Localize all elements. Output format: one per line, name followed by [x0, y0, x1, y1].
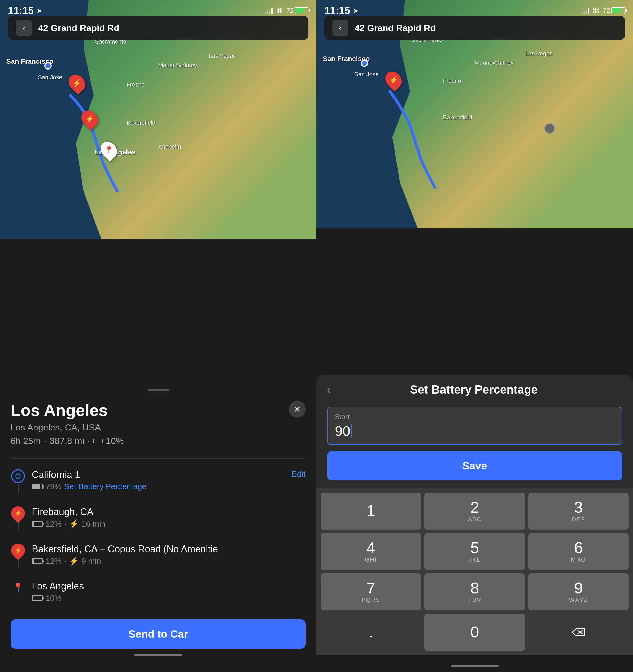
map-area-right: San Francisco San Jose Sacramento Fresno…: [316, 0, 633, 228]
numpad-key-8[interactable]: 8 TUV: [424, 573, 525, 610]
stop-item-bakersfield: ⚡ Bakersfield, CA – Copus Road (No Ameni…: [10, 537, 306, 574]
close-button[interactable]: ✕: [289, 401, 306, 418]
duration: 6h 25m: [10, 436, 41, 446]
destination-title: Los Angeles: [10, 401, 124, 419]
modal-title: Set Battery Percentage: [336, 383, 612, 396]
key-letters-9: WXYZ: [569, 597, 588, 603]
battery-input-label: Start: [335, 413, 614, 421]
stop-info-firebaugh: Firebaugh, CA 12% · ⚡ 16 min: [32, 506, 306, 528]
charging-pin-2: ⚡: [82, 110, 97, 128]
battery-input-value: 90: [335, 423, 614, 439]
time-right: 11:15: [324, 5, 350, 17]
numpad-key-6[interactable]: 6 MNO: [528, 533, 629, 570]
battery-indicator-right: 72: [603, 7, 625, 14]
numpad-key-delete[interactable]: [528, 614, 629, 651]
stop-battery-mini-3: [32, 558, 43, 564]
numpad-key-9[interactable]: 9 WXYZ: [528, 573, 629, 610]
stop-info-california-1: California 1 79% Set Battery Percentage: [32, 469, 285, 491]
numpad-key-2[interactable]: 2 ABC: [424, 493, 525, 530]
stop-name-firebaugh: Firebaugh, CA: [32, 506, 306, 518]
edit-button-1[interactable]: Edit: [291, 469, 306, 479]
key-letters-2: ABC: [468, 516, 481, 523]
battery-box-right: [611, 7, 625, 14]
wifi-icon-right: ⌘: [592, 6, 600, 15]
battery-text-left: 72: [286, 7, 294, 14]
battery-indicator-left: 72: [286, 7, 308, 14]
address-text-right: 42 Grand Rapid Rd: [355, 23, 436, 33]
numpad-key-1[interactable]: 1: [321, 493, 421, 530]
stop-detail-california-1: 79% Set Battery Percentage: [32, 482, 285, 491]
key-number-3: 3: [574, 500, 583, 515]
map-label-bakersfield: Bakersfield: [126, 119, 155, 126]
map-label-san-jose: San Jose: [38, 74, 62, 81]
key-number-0: 0: [470, 624, 479, 640]
modal-header: ‹ Set Battery Percentage: [316, 375, 633, 399]
stop-item-california-1: California 1 79% Set Battery Percentage …: [10, 463, 306, 500]
stop-item-firebaugh: ⚡ Firebaugh, CA 12% · ⚡ 16 min: [10, 500, 306, 537]
stop-battery-mini-1: [32, 484, 43, 489]
key-number-7: 7: [366, 580, 375, 596]
key-number-8: 8: [470, 580, 479, 596]
map-label-bakers-right: Bakersfield: [443, 114, 472, 121]
delete-icon: [571, 627, 586, 638]
key-number-dot: .: [369, 624, 373, 640]
stop-battery-4: 10%: [46, 594, 61, 602]
battery-value-text: 90: [335, 423, 350, 439]
battery-input-box[interactable]: Start 90: [327, 407, 623, 445]
key-letters-6: MNO: [571, 556, 586, 563]
back-button-right[interactable]: ‹: [332, 20, 348, 36]
distance: 387.8 mi: [50, 436, 84, 446]
stop-battery-1: 79%: [46, 482, 61, 491]
set-battery-percentage-link[interactable]: Set Battery Percentage: [64, 482, 146, 491]
battery-input-section: Start 90 Save: [316, 399, 633, 488]
battery-text-right: 72: [603, 7, 610, 14]
stop-name-bakersfield: Bakersfield, CA – Copus Road (No Ameniti…: [32, 544, 306, 555]
back-button-left[interactable]: ‹: [16, 20, 32, 36]
numpad: 1 2 ABC 3 DEF 4 GHI 5 JKL 6 MNO: [316, 488, 633, 655]
stop-icon-dest: 📍: [11, 581, 25, 595]
wifi-icon-left: ⌘: [276, 6, 283, 15]
numpad-key-5[interactable]: 5 JKL: [424, 533, 525, 570]
map-label-las-vegas: Las Vegas: [209, 52, 236, 59]
battery-mini-dest: [93, 439, 103, 443]
location-icon-right: ➤: [353, 6, 359, 15]
destination-meta: 6h 25m · 387.8 mi · 10%: [10, 436, 124, 446]
stop-detail-los-angeles-final: 10%: [32, 594, 306, 602]
charging-pin-1-right: ⚡: [386, 71, 401, 89]
map-label-anaheim: Anaheim: [158, 143, 181, 150]
stop-charge-time-2: 16 min: [81, 520, 105, 528]
stop-list: California 1 79% Set Battery Percentage …: [10, 463, 306, 609]
map-area: San Francisco San Jose Sacramento Fresno…: [0, 0, 316, 239]
stop-name-california-1: California 1: [32, 469, 285, 480]
stop-charge-time-3: 9 min: [81, 556, 101, 566]
map-label-fresno-right: Fresno: [443, 77, 461, 85]
origin-marker-right: [361, 59, 368, 67]
status-icons-left: ⌘ 72: [265, 6, 308, 15]
key-number-1: 1: [366, 503, 375, 519]
key-letters-5: JKL: [469, 556, 481, 563]
numpad-key-dot[interactable]: .: [321, 614, 421, 651]
numpad-key-3[interactable]: 3 DEF: [528, 493, 629, 530]
numpad-key-4[interactable]: 4 GHI: [321, 533, 421, 570]
charge-icon-2: ⚡: [69, 556, 79, 566]
save-button[interactable]: Save: [327, 451, 623, 480]
battery-box-left: [295, 7, 308, 14]
key-number-2: 2: [470, 500, 479, 515]
key-letters-7: PQRS: [361, 597, 380, 603]
address-bar-left: ‹ 42 Grand Rapid Rd: [8, 16, 308, 40]
battery-modal: ‹ Set Battery Percentage Start 90 Save 1: [316, 375, 633, 672]
destination-pin: 📍: [101, 141, 116, 159]
numpad-key-7[interactable]: 7 PQRS: [321, 573, 421, 610]
key-number-4: 4: [366, 540, 375, 556]
send-to-car-button[interactable]: Send to Car: [10, 620, 306, 649]
numpad-key-0[interactable]: 0: [424, 614, 525, 651]
sheet-handle-left: [148, 389, 169, 391]
modal-back-button[interactable]: ‹: [327, 384, 330, 396]
charge-icon-1: ⚡: [69, 519, 79, 528]
map-label-lv-right: Las Vegas: [525, 50, 553, 57]
map-label-mount-whitney: Mount Whitney: [158, 62, 197, 69]
stop-info-los-angeles-final: Los Angeles 10%: [32, 581, 306, 602]
stop-detail-firebaugh: 12% · ⚡ 16 min: [32, 519, 306, 528]
stop-icon-charging-2: ⚡: [8, 541, 28, 560]
stop-name-los-angeles-final: Los Angeles: [32, 581, 306, 592]
